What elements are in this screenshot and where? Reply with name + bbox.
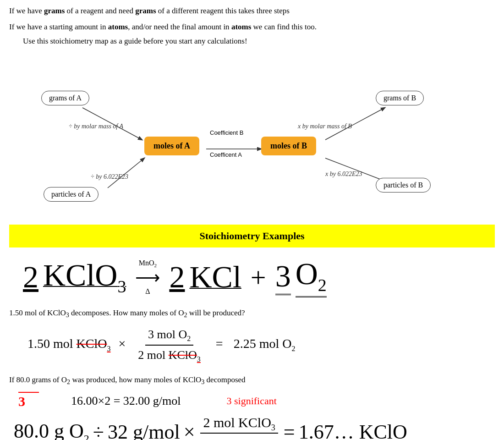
particles-b-node: particles of B (376, 178, 431, 192)
label-div-molar-a: ÷ by molar mass of A (69, 123, 123, 130)
problem1-calc: 1.50 mol KClO3 × 3 mol O2 2 mol KClO3 = … (27, 325, 477, 365)
calc1-result: 2.25 mol O2 (234, 336, 296, 351)
moles-b-node: moles of B (261, 137, 316, 155)
sig-figs-note: 3 significant (227, 395, 277, 407)
grams-b-node: grams of B (376, 91, 424, 105)
label-x-molar-b: x by molar mass of B (298, 123, 352, 130)
moles-a-node: moles of A (144, 137, 199, 155)
reaction-arrow: MnO2 ⟶ Δ (135, 259, 160, 296)
compound-kcl: KCl (189, 260, 241, 294)
bottom-full-calc: 80.0 g O2 ÷ 32 g/mol × 2 mol KClO3 = 1.6… (14, 415, 490, 440)
label-div-avogadro: ÷ by 6.022E23 (91, 173, 128, 181)
intro-line2: If we have a starting amount in atoms, a… (9, 21, 495, 33)
label-x-avogadro: x by 6.022E23 (325, 170, 362, 178)
grams-a-node: grams of A (41, 91, 89, 105)
red-3: 3 (18, 392, 39, 409)
intro-line1: If we have grams of a reagent and need g… (9, 5, 495, 17)
result-approx: 1.67… KClO (299, 420, 407, 440)
calc1-fraction: 3 mol O2 2 mol KClO3 (135, 325, 203, 365)
calc1-start: 1.50 mol KClO3 (27, 336, 110, 351)
plus-sign: + (251, 262, 266, 292)
coeff-o2: 3 (275, 259, 291, 296)
coeff-kcl: 2 (169, 260, 185, 294)
calc1-times: × (118, 336, 126, 351)
stoichiometry-map: grams of A grams of B ÷ by molar mass of… (9, 55, 495, 220)
intro-line3: Use this stoichiometry map as a guide be… (23, 37, 495, 46)
molar-mass: 32 g/mol (108, 420, 180, 440)
calc1-equals: = (216, 336, 223, 351)
coeff-kclo3: 2 (23, 260, 38, 294)
eq-sign: = (284, 420, 295, 440)
problem2-calc-area: 3 16.00×2 = 32.00 g/mol 3 significant (18, 392, 486, 410)
start-val: 80.0 g O2 (14, 419, 89, 440)
chemical-equation: 2 KClO3 MnO2 ⟶ Δ 2 KCl + 3 O2 (23, 257, 481, 297)
times2: × (184, 420, 195, 440)
problem1-text: 1.50 mol of KClO3 decomposes. How many m… (9, 307, 495, 320)
problem2-text: If 80.0 grams of O2 was produced, how ma… (9, 374, 495, 387)
compound-kclo3: KClO3 (43, 258, 126, 296)
molar-mass-calc: 16.00×2 = 32.00 g/mol (71, 394, 181, 408)
stoichiometry-banner: Stoichiometry Examples (9, 225, 495, 248)
div-sign: ÷ (93, 420, 104, 440)
compound-o2: O2 (296, 257, 327, 297)
label-coeff-b: Coefficient B (210, 129, 243, 136)
bottom-fraction: 2 mol KClO3 (200, 415, 278, 440)
particles-a-node: particles of A (44, 187, 99, 202)
label-coeff-a: Coefficent A (210, 151, 242, 158)
